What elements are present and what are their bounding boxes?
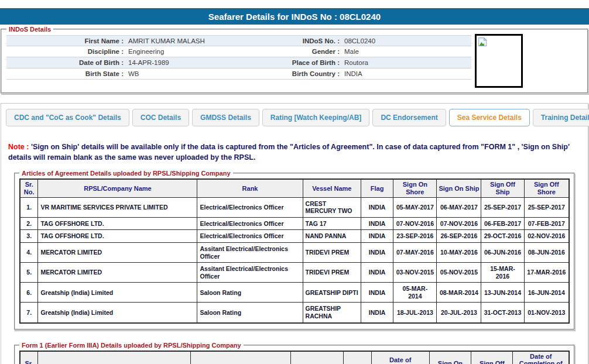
seafarer-photo <box>475 34 523 88</box>
sr-no-header: Sr. No. <box>20 179 38 197</box>
cell: 23-SEP-2016 <box>393 230 437 243</box>
header-row: Sr. No. RPSL/Company Name Rank Vessel Na… <box>20 179 569 197</box>
sign-off-ship-header: Sign Off Ship <box>481 179 524 197</box>
cell: Greatship (India) Limited <box>38 303 197 323</box>
cell: INDIA <box>361 242 393 262</box>
cell: CREST MERCURY TWO <box>303 197 361 217</box>
tab-bar: CDC and "CoC as Cook" Details COC Detail… <box>6 109 583 126</box>
cell: 17-MAR-2016 <box>524 263 569 283</box>
birth-country-value: INDIA <box>340 68 471 79</box>
cell: 18-JUL-2013 <box>393 303 437 323</box>
cell: NAND PANNA <box>303 230 361 243</box>
cell: Saloon Rating <box>197 283 303 303</box>
sign-off-ship-header: Sign Off Ship <box>471 351 513 364</box>
tab-cdc-coc-cook-details[interactable]: CDC and "CoC as Cook" Details <box>6 109 129 126</box>
cell: INDIA <box>361 217 393 230</box>
rank-header: Rank <box>191 351 291 364</box>
articles-table-head: Sr. No. RPSL/Company Name Rank Vessel Na… <box>20 179 569 197</box>
form1-legend: Form 1 (Earlier Form IIIA) Details uploa… <box>19 342 244 349</box>
cell: 2. <box>20 217 38 230</box>
cell: TAG OFFSHORE LTD. <box>38 230 197 243</box>
cell: 05-MAY-2017 <box>393 197 437 217</box>
cell: 3. <box>20 230 38 243</box>
tab-training-details[interactable]: Training Details <box>533 109 589 126</box>
page-title: Seafarer Details for INDoS No : 08CL0240 <box>208 12 381 22</box>
note-prefix: Note : <box>8 143 29 151</box>
company-header: RPSL/Company Name <box>38 179 197 197</box>
cell: 07-MAY-2016 <box>393 242 437 262</box>
cell: INDIA <box>361 197 393 217</box>
completion-date-header: Date of Completion of Contract/Arriving … <box>513 351 569 364</box>
cell: INDIA <box>361 283 393 303</box>
cell: 25-SEP-2017 <box>481 197 524 217</box>
indos-row-name: First Name : AMRIT KUMAR MALASH INDoS No… <box>6 35 471 46</box>
cell: MERCATOR LIMITED <box>38 242 197 262</box>
tab-dc-endorsement[interactable]: DC Endorsement <box>372 109 446 126</box>
cell: Assitant Electrical/Electronics Officer <box>197 263 303 283</box>
articles-table-body: 1. VR MARITIME SERVICES PRIVATE LIMITED … <box>20 197 569 323</box>
cell: 31-OCT-2013 <box>481 303 524 323</box>
place-of-birth-value: Routora <box>340 57 471 68</box>
indos-details-grid: First Name : AMRIT KUMAR MALASH INDoS No… <box>6 35 471 80</box>
table-row: 3. TAG OFFSHORE LTD. Electrical/Electron… <box>20 230 569 243</box>
form1-table-head: Sr. No. RPSL/Company Name Rank Vessel Na… <box>20 351 569 364</box>
cell: MERCATOR LIMITED <box>38 263 197 283</box>
birth-state-value: WB <box>124 68 252 79</box>
cell: 4. <box>20 242 38 262</box>
indos-no-value: 08CL0240 <box>340 36 471 46</box>
cell: 25-SEP-2017 <box>524 197 569 217</box>
cell: 6. <box>20 283 38 303</box>
discipline-value: Engineering <box>124 46 252 57</box>
cell: 01-NOV-2013 <box>524 303 569 323</box>
sr-no-header: Sr. No. <box>20 351 38 364</box>
tab-coc-details[interactable]: COC Details <box>132 109 189 126</box>
cell: TAG 17 <box>303 217 361 230</box>
cell: 26-SEP-2016 <box>437 230 481 243</box>
cell: 20-JUL-2013 <box>437 303 481 323</box>
cell: 05-MAR-2014 <box>393 283 437 303</box>
flag-header: Flag <box>361 179 393 197</box>
cell: 07-NOV-2016 <box>393 217 437 230</box>
place-of-birth-label: Place of Birth : <box>252 57 340 68</box>
tab-rating-watch-keeping[interactable]: Rating [Watch Keeping/AB] <box>262 109 370 126</box>
cell: 07-FEB-2017 <box>524 217 569 230</box>
cell: Electrical/Electronics Officer <box>197 197 303 217</box>
table-row: 2. TAG OFFSHORE LTD. Electrical/Electron… <box>20 217 569 230</box>
cell: 16-JUN-2014 <box>524 283 569 303</box>
page-title-bar: Seafarer Details for INDoS No : 08CL0240 <box>0 8 589 25</box>
sign-off-shore-header: Sign Off Shore <box>524 179 569 197</box>
flag-header: Flag <box>343 351 371 364</box>
tab-gmdss-details[interactable]: GMDSS Details <box>192 109 259 126</box>
page: Seafarer Details for INDoS No : 08CL0240… <box>0 8 589 364</box>
first-name-value: AMRIT KUMAR MALASH <box>124 36 252 46</box>
cell: INDIA <box>361 230 393 243</box>
cell: 08-JUN-2016 <box>524 242 569 262</box>
photo-area <box>471 34 583 88</box>
first-name-label: First Name : <box>6 36 124 46</box>
cell: Electrical/Electronics Officer <box>197 217 303 230</box>
cell: 03-NOV-2015 <box>393 263 437 283</box>
dob-label: Date of Birth : <box>6 57 124 68</box>
sign-on-ship-header: Sign On Ship <box>429 351 471 364</box>
tab-panel: CDC and "CoC as Cook" Details COC Detail… <box>1 103 588 364</box>
cell: 06-MAY-2017 <box>437 197 481 217</box>
company-header: RPSL/Company Name <box>38 351 191 364</box>
cell: Saloon Rating <box>197 303 303 323</box>
header-row: Sr. No. RPSL/Company Name Rank Vessel Na… <box>20 351 569 364</box>
cell: 7. <box>20 303 38 323</box>
cell: 15-MAR-2016 <box>481 263 524 283</box>
form1-table: Sr. No. RPSL/Company Name Rank Vessel Na… <box>19 351 570 364</box>
gender-value: Male <box>340 46 471 57</box>
tab-sea-service-details[interactable]: Sea Service Details <box>449 109 530 126</box>
birth-state-label: Birth State : <box>6 68 124 79</box>
rank-header: Rank <box>197 179 303 197</box>
dob-value: 14-APR-1989 <box>124 57 252 68</box>
indos-details-legend: INDoS Details <box>6 26 53 33</box>
cell: 29-OCT-2016 <box>481 230 524 243</box>
articles-table: Sr. No. RPSL/Company Name Rank Vessel Na… <box>19 178 570 323</box>
indos-details-section: INDoS Details First Name : AMRIT KUMAR M… <box>1 26 588 94</box>
note: Note : 'Sign on Ship' details will be av… <box>8 142 581 163</box>
cell: Greatship (India) Limited <box>38 283 197 303</box>
vessel-header: Vessel Name <box>303 179 361 197</box>
cell: TRIDEVI PREM <box>303 263 361 283</box>
